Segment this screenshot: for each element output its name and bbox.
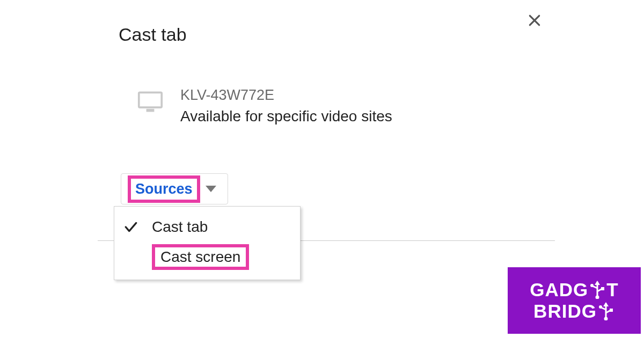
badge-text: GADG	[530, 279, 588, 301]
svg-point-9	[604, 317, 608, 321]
annotation-highlight-box: Sources	[128, 175, 200, 203]
close-icon	[528, 13, 541, 30]
monitor-icon	[137, 87, 163, 114]
svg-rect-1	[147, 109, 155, 112]
usb-icon	[589, 281, 605, 299]
badge-text: T	[606, 279, 618, 301]
svg-rect-4	[601, 287, 604, 290]
annotation-highlight-box: Cast screen	[152, 244, 249, 270]
menu-item-label: Cast screen	[160, 248, 240, 265]
close-button[interactable]	[523, 10, 546, 33]
device-name: KLV-43W772E	[180, 87, 392, 104]
device-row[interactable]: KLV-43W772E Available for specific video…	[137, 87, 392, 125]
menu-item-cast-tab[interactable]: Cast tab	[114, 212, 300, 242]
dialog-title: Cast tab	[119, 24, 187, 45]
sources-menu: Cast tab Cast screen	[114, 206, 301, 280]
sources-dropdown-button[interactable]: Sources	[121, 173, 228, 204]
check-icon	[124, 220, 152, 234]
device-info: KLV-43W772E Available for specific video…	[180, 87, 392, 125]
badge-line-2: BRIDG	[533, 301, 615, 322]
svg-marker-2	[595, 281, 600, 285]
svg-rect-0	[139, 92, 162, 107]
svg-point-3	[590, 284, 594, 287]
chevron-down-icon	[206, 186, 216, 192]
badge-text: BRIDG	[533, 301, 597, 322]
watermark-badge: GADG T BRIDG	[508, 267, 641, 334]
menu-item-label: Cast tab	[152, 218, 208, 236]
sources-label: Sources	[135, 181, 193, 197]
svg-rect-8	[610, 309, 613, 312]
device-status: Available for specific video sites	[180, 108, 392, 125]
svg-marker-6	[603, 302, 609, 306]
menu-item-cast-screen[interactable]: Cast screen	[114, 242, 300, 272]
badge-line-1: GADG T	[530, 279, 618, 301]
svg-point-7	[599, 305, 602, 309]
usb-icon	[598, 302, 614, 320]
svg-point-5	[596, 295, 599, 299]
